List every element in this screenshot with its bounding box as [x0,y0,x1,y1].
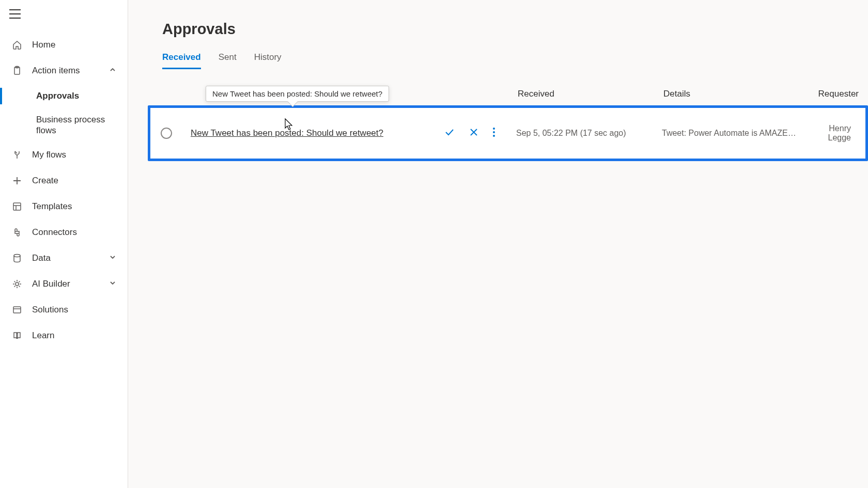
svg-point-6 [493,128,495,130]
sidebar-item-learn[interactable]: Learn [0,323,128,349]
tooltip: New Tweet has been posted: Should we ret… [206,86,389,102]
sidebar-item-label: Solutions [32,305,68,315]
page-title: Approvals [162,21,868,38]
sidebar-item-data[interactable]: Data [0,245,128,271]
svg-point-4 [16,282,19,286]
tab-history[interactable]: History [254,52,282,69]
sidebar-item-label: Action items [32,66,80,76]
approval-title-link[interactable]: New Tweet has been posted: Should we ret… [191,128,383,138]
home-icon [11,39,23,51]
chevron-up-icon [109,66,116,76]
tabs: Received Sent History [162,52,868,69]
sidebar-item-label: Approvals [36,91,79,101]
sidebar: Home Action items Approvals Business pro… [0,0,128,488]
svg-point-7 [493,131,495,133]
chevron-down-icon [109,279,116,289]
svg-point-8 [493,135,495,137]
book-icon [11,330,23,341]
sidebar-item-label: Home [32,40,55,50]
reject-icon[interactable] [469,127,479,139]
solutions-icon [11,304,23,316]
column-header-details[interactable]: Details [663,89,807,99]
sidebar-item-templates[interactable]: Templates [0,194,128,219]
svg-point-3 [14,255,20,257]
sidebar-item-label: AI Builder [32,279,70,289]
templates-icon [11,201,23,212]
row-details: Tweet: Power Automate is AMAZEBA... [662,129,805,138]
row-requester: Henry Legge [805,124,865,143]
tab-sent[interactable]: Sent [219,52,237,69]
column-header-received[interactable]: Received [518,89,663,99]
sidebar-item-label: Connectors [32,227,77,238]
svg-rect-2 [13,203,21,210]
row-select-radio[interactable] [161,128,172,139]
svg-rect-5 [13,307,21,313]
chevron-down-icon [109,253,116,263]
approvals-table: RequestRe Received Details Requester New… [128,89,868,161]
sidebar-item-label: Business process flows [36,115,114,136]
connectors-icon [11,227,23,238]
table-row[interactable]: New Tweet has been posted: Should we ret… [150,108,865,159]
sidebar-item-label: Templates [32,201,72,212]
more-actions-icon[interactable] [492,127,495,140]
sidebar-item-label: Create [32,176,58,186]
sidebar-item-solutions[interactable]: Solutions [0,297,128,323]
approve-icon[interactable] [444,127,455,140]
tab-received[interactable]: Received [162,52,201,69]
sidebar-item-business-process-flows[interactable]: Business process flows [0,108,128,142]
ai-icon [11,278,23,290]
sidebar-item-label: Learn [32,330,54,341]
main-content: Approvals Received Sent History RequestR… [128,0,868,488]
flow-icon [11,149,23,161]
column-header-requester[interactable]: Requester [807,89,868,99]
nav: Home Action items Approvals Business pro… [0,32,128,349]
plus-icon [11,175,23,186]
sidebar-item-ai-builder[interactable]: AI Builder [0,271,128,297]
sidebar-item-my-flows[interactable]: My flows [0,142,128,168]
hamburger-menu[interactable] [0,3,128,25]
sidebar-item-approvals[interactable]: Approvals [0,84,128,108]
sidebar-item-action-items[interactable]: Action items [0,58,128,84]
clipboard-icon [11,65,23,76]
row-received: Sep 5, 05:22 PM (17 sec ago) [516,129,662,138]
hamburger-icon [9,9,21,19]
sidebar-item-label: Data [32,253,51,263]
sidebar-item-create[interactable]: Create [0,168,128,194]
sidebar-item-home[interactable]: Home [0,32,128,58]
highlighted-row: New Tweet has been posted: Should we ret… [148,105,868,161]
sidebar-item-label: My flows [32,150,66,160]
database-icon [11,253,23,264]
sidebar-item-connectors[interactable]: Connectors [0,219,128,245]
